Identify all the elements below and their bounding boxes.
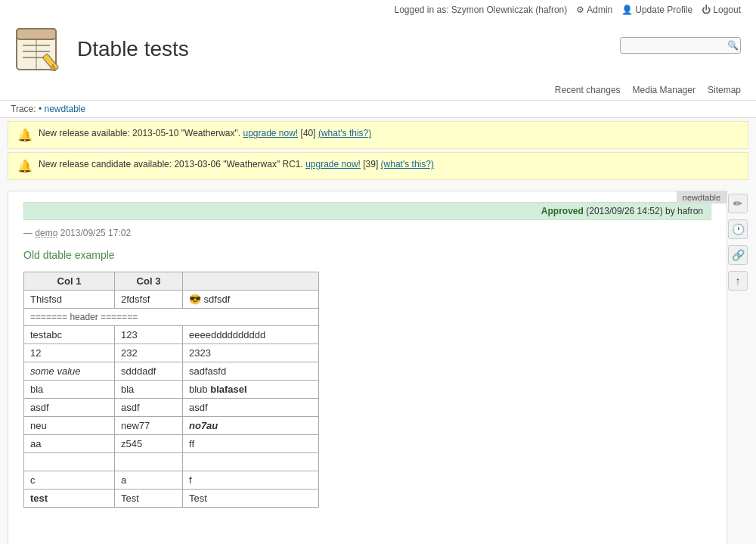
notice-icon-1: 🔔: [17, 128, 33, 142]
table-row: test Test Test: [24, 490, 319, 508]
bold-text: blafasel: [210, 384, 246, 395]
cell: 123: [115, 326, 183, 344]
cell: c: [24, 471, 115, 490]
table-row: c a f: [24, 471, 319, 490]
cell: sdddadf: [115, 362, 183, 381]
meta-prefix: —: [23, 228, 33, 238]
logged-in-text: Logged in as: Szymon Olewniczak (hafron): [394, 5, 567, 15]
meta-author[interactable]: demo: [35, 228, 57, 238]
recent-changes-link[interactable]: Recent changes: [555, 85, 621, 95]
table-row: 12 232 2323: [24, 344, 319, 362]
notice-2-whats-this[interactable]: (what's this?): [381, 159, 434, 169]
cell: 12: [24, 344, 115, 362]
notice-icon-2: 🔔: [17, 159, 33, 173]
cell: aa: [24, 435, 115, 453]
history-tool-button[interactable]: 🕐: [728, 219, 748, 239]
table-row: Thisfsd 2fdsfsf 😎 sdfsdf: [24, 291, 319, 309]
cell: z545: [115, 435, 183, 453]
header-nav: Recent changes Media Manager Sitemap: [8, 82, 748, 100]
notice-2-text: New release candidate available: 2013-03…: [39, 159, 303, 169]
trace-bar: Trace: • newdtable: [0, 101, 756, 118]
cell: asdf: [183, 399, 319, 417]
links-tool-button[interactable]: 🔗: [728, 245, 748, 265]
site-title: Dtable tests: [77, 37, 189, 61]
cell: Test: [183, 490, 319, 508]
cell: test: [24, 490, 115, 508]
admin-label[interactable]: Admin: [587, 5, 612, 15]
cell: 2323: [183, 344, 319, 362]
cell: 😎 sdfsdf: [183, 291, 319, 309]
header-main: Dtable tests 🔍: [8, 18, 748, 82]
update-profile-label[interactable]: Update Profile: [635, 5, 692, 15]
notice-2-upgrade[interactable]: upgrade now!: [305, 159, 361, 169]
table-row: bla bla blub blafasel: [24, 381, 319, 399]
table-header-row: Col 1 Col 3: [24, 272, 319, 291]
logout-link[interactable]: ⏻ Logout: [702, 5, 741, 15]
col-header-2: Col 3: [115, 272, 183, 291]
admin-link[interactable]: ⚙ Admin: [576, 5, 612, 15]
notice-2: 🔔 New release candidate available: 2013-…: [8, 152, 748, 180]
edit-tool-button[interactable]: ✏: [728, 194, 748, 213]
table-row: asdf asdf asdf: [24, 399, 319, 417]
header-top-bar: Logged in as: Szymon Olewniczak (hafron)…: [8, 0, 748, 18]
page-heading: Old dtable example: [23, 249, 711, 261]
cell: ======= header =======: [24, 309, 319, 326]
notice-1-text: New release available: 2013-05-10 "Weath…: [39, 128, 240, 138]
table-row: [24, 453, 319, 471]
gear-icon: ⚙: [576, 5, 584, 15]
notice-1-count: [40]: [301, 128, 316, 138]
cell: 2fdsfsf: [115, 291, 183, 309]
power-icon: ⏻: [702, 5, 711, 15]
cell: new77: [115, 417, 183, 435]
update-profile-link[interactable]: 👤 Update Profile: [621, 5, 692, 15]
approval-details: (2013/09/26 14:52) by hafron: [586, 206, 703, 216]
page-label: newdtable: [677, 191, 727, 204]
cell: testabc: [24, 326, 115, 344]
sitemap-link[interactable]: Sitemap: [708, 85, 741, 95]
cell: blub blafasel: [183, 381, 319, 399]
approval-bar: Approved (2013/09/26 14:52) by hafron: [23, 202, 711, 220]
top-tool-button[interactable]: ↑: [728, 271, 748, 291]
cell: eeeedddddddddd: [183, 326, 319, 344]
search-button[interactable]: 🔍: [727, 40, 739, 51]
cell: [115, 453, 183, 471]
logout-label[interactable]: Logout: [713, 5, 741, 15]
cell: Thisfsd: [24, 291, 115, 309]
cell: sadfasfd: [183, 362, 319, 381]
cell: [183, 453, 319, 471]
cell: f: [183, 471, 319, 490]
search-box[interactable]: 🔍: [620, 37, 741, 54]
col-header-1: Col 1: [24, 272, 115, 291]
cell: no7au: [183, 417, 319, 435]
media-manager-link[interactable]: Media Manager: [633, 85, 696, 95]
site-logo: [15, 23, 68, 76]
dtable: Col 1 Col 3 Thisfsd 2fdsfsf 😎 sdfsdf ===…: [23, 272, 319, 508]
trace-prefix: Trace:: [11, 104, 36, 114]
history-icon: 🕐: [732, 223, 745, 235]
links-icon: 🔗: [732, 249, 745, 261]
top-icon: ↑: [736, 275, 741, 287]
cell: Test: [115, 490, 183, 508]
table-row: neu new77 no7au: [24, 417, 319, 435]
approval-status: Approved: [541, 206, 584, 216]
notice-1-upgrade[interactable]: upgrade now!: [243, 128, 298, 138]
search-input[interactable]: [620, 37, 741, 54]
col-header-3: [183, 272, 319, 291]
page-meta: — demo 2013/09/25 17:02: [23, 228, 711, 238]
cell: 232: [115, 344, 183, 362]
content-area: newdtable Approved (2013/09/26 14:52) by…: [8, 191, 727, 544]
table-row: aa z545 ff: [24, 435, 319, 453]
trace-link[interactable]: newdtable: [44, 104, 85, 114]
notice-1-whats-this[interactable]: (what's this?): [318, 128, 371, 138]
sidebar-tools: ✏ 🕐 🔗 ↑: [727, 191, 748, 544]
cell: [24, 453, 115, 471]
cell: asdf: [24, 399, 115, 417]
cell: neu: [24, 417, 115, 435]
table-row: some value sdddadf sadfasfd: [24, 362, 319, 381]
cell: bla: [24, 381, 115, 399]
page-wrap: newdtable Approved (2013/09/26 14:52) by…: [0, 183, 756, 544]
table-row: testabc 123 eeeedddddddddd: [24, 326, 319, 344]
table-row: ======= header =======: [24, 309, 319, 326]
cell: asdf: [115, 399, 183, 417]
cell: some value: [24, 362, 115, 381]
